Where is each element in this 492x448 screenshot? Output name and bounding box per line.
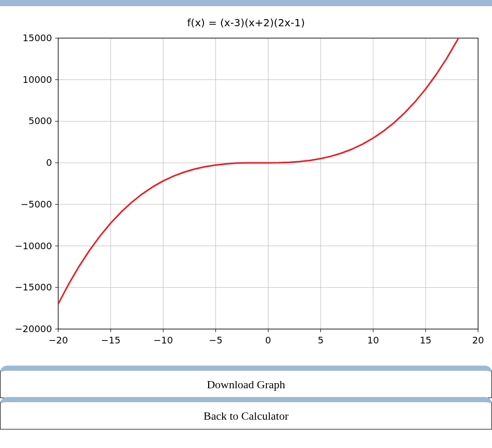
svg-text:20: 20 — [472, 335, 484, 346]
svg-text:0: 0 — [265, 335, 270, 346]
svg-text:15: 15 — [419, 335, 431, 346]
button-bar: Download Graph Back to Calculator — [0, 366, 492, 429]
svg-text:−10: −10 — [153, 335, 173, 346]
svg-text:10: 10 — [367, 335, 379, 346]
top-accent-bar — [0, 0, 492, 6]
svg-text:−15: −15 — [100, 335, 120, 346]
line-chart-svg: −20−15−10−505101520−20000−15000−10000−50… — [7, 33, 486, 357]
svg-text:5000: 5000 — [28, 115, 52, 126]
svg-text:10000: 10000 — [22, 74, 52, 85]
download-graph-button[interactable]: Download Graph — [0, 366, 492, 398]
svg-text:−20000: −20000 — [14, 323, 52, 334]
chart-container: f(x) = (x-3)(x+2)(2x-1) −20−15−10−505101… — [0, 6, 492, 363]
svg-text:−10000: −10000 — [14, 240, 52, 251]
svg-text:5: 5 — [317, 335, 323, 346]
svg-text:−5: −5 — [209, 335, 223, 346]
svg-text:−20: −20 — [48, 335, 68, 346]
plot-area: −20−15−10−505101520−20000−15000−10000−50… — [7, 33, 486, 357]
svg-text:0: 0 — [46, 157, 52, 168]
svg-text:−5000: −5000 — [21, 199, 52, 210]
svg-text:−15000: −15000 — [14, 282, 52, 292]
chart-title: f(x) = (x-3)(x+2)(2x-1) — [5, 16, 487, 29]
svg-text:15000: 15000 — [22, 33, 52, 43]
back-to-calculator-button[interactable]: Back to Calculator — [0, 397, 492, 429]
